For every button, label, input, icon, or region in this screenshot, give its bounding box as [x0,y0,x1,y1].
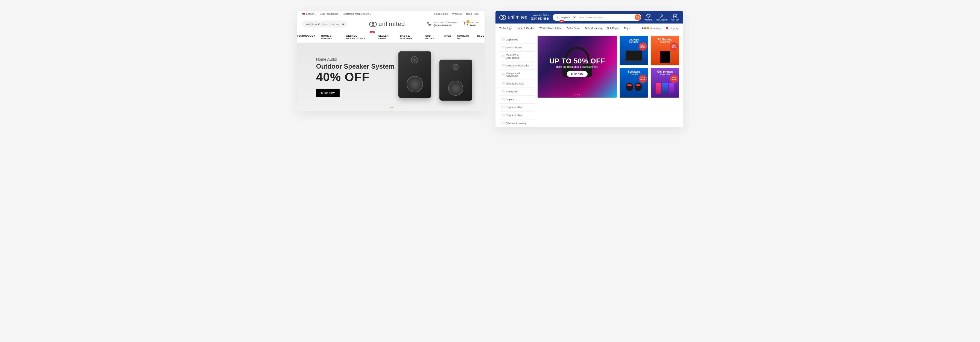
logo[interactable]: unlimited [499,14,528,20]
svg-point-3 [467,26,468,26]
cart-block[interactable]: 0 Your Cart$0.00 [463,21,479,27]
category-select[interactable]: All Categories [305,23,321,26]
nav-item[interactable]: Technology [499,24,512,33]
shop-now-button[interactable]: SHOP NOW [567,71,588,77]
shop-now-button[interactable]: SHOP NOW [316,89,340,97]
category-icon [502,90,505,93]
carousel-dot[interactable] [577,94,578,95]
nav-item[interactable]: TECHNOLOGY [297,35,315,40]
promo-title: Speakers [628,70,640,73]
svg-rect-13 [503,83,504,84]
carousel-dots[interactable] [389,107,393,108]
nav-item[interactable]: Home & Garden [517,24,535,33]
nav-item[interactable]: BLOG [477,35,485,40]
promo-phones[interactable]: Cell phones From 199$ SALE50% [651,68,679,98]
flag-icon [302,13,305,15]
nav-item[interactable]: SELLER DEMO [379,35,394,40]
category-item[interactable]: Tablet PC & Accessories› [499,52,535,62]
chevron-right-icon: › [531,46,532,49]
promo-speakers[interactable]: Speakers From 49$ SALE50% [620,68,648,98]
nav-item[interactable]: CONTACT US [457,35,471,40]
nav-item[interactable]: BABY & NURSERY [400,35,420,40]
promo-title: Cell phones [657,70,673,73]
carousel-dot[interactable] [579,94,580,95]
help-link[interactable]: Need Help? [466,13,479,15]
category-item[interactable]: Apparel [499,96,535,103]
signin-link[interactable]: Hello, sign in [434,13,449,15]
chevron-down-icon: ▾ [315,13,316,15]
category-label: Appliances [506,38,518,41]
carousel-dot[interactable] [389,107,390,108]
language-switcher[interactable]: English▾ [302,13,316,15]
help-link[interactable]: Need Help ? [647,27,662,30]
currency-switcher[interactable]: USD - US Dollar▾ [320,13,340,15]
logo[interactable]: unlimited [369,21,405,28]
promo-subtitle: From 199$ [660,73,670,75]
category-item[interactable]: Watches & Jewelry [499,119,535,127]
category-item[interactable]: Appliances› [499,36,535,44]
nav-item[interactable]: WEBKUL MARKETPLACEhot [346,35,372,40]
nav-item[interactable]: Webkul Marketplacehot [539,24,562,33]
sale-badge: SALE50% [670,42,678,51]
category-icon [502,64,505,67]
svg-rect-12 [503,73,504,75]
carousel-dot-active[interactable] [574,94,576,95]
hero-subtitle: daily top discounts & special offers [556,65,598,68]
promo-subtitle: From 899$ [660,41,670,43]
category-icon [502,38,505,41]
search-input[interactable] [321,23,340,25]
main-nav: TechnologyHome & GardenWebkul Marketplac… [495,24,683,33]
search-icon [636,16,639,19]
hot-badge: hot [560,20,564,22]
cart-link[interactable]: Your Cart [671,14,679,21]
category-item[interactable]: Toys & Hobbies [499,111,535,119]
category-label: Watches & Jewelry [506,122,526,125]
chevron-right-icon: › [531,73,532,76]
nav-item[interactable]: Seller Demo [566,24,580,33]
nav-item[interactable]: Sub Pages [607,24,619,33]
search-button[interactable] [635,14,641,20]
promo-title: Laptops [628,38,639,41]
carousel-dots[interactable] [574,94,580,95]
category-select[interactable]: All Categories [553,15,577,20]
account-link[interactable]: Your Account [656,14,667,21]
nav-item[interactable]: Baby & Nursery [585,24,602,33]
category-item[interactable]: Consumer Electronics› [499,62,535,70]
promo-laptops[interactable]: Laptops From 599$ SALE50% [620,36,648,65]
phone-icon [426,21,432,27]
promo-subtitle: From 49$ [630,73,638,75]
globe-glyph-icon [666,27,668,29]
promo-gaming[interactable]: PC Gaming From 899$ SALE50% [651,36,679,65]
nav-item[interactable]: HOME & GARDEN [321,35,340,40]
language-switcher[interactable]: Language [666,27,679,30]
search-input[interactable] [577,16,635,19]
wishlist-link[interactable]: Wish List [644,14,652,21]
category-label: Consumer Electronics [506,64,529,67]
category-label: Toys & Hobbies [506,114,523,117]
logo-icon [369,21,377,27]
hero-headline: 40% OFF [316,70,395,84]
category-item[interactable]: Toys & Hobbies [499,103,535,111]
category-item[interactable]: Mobile Phones› [499,44,535,52]
category-icon [502,98,505,101]
svg-rect-11 [503,65,504,67]
category-item[interactable]: Electrical & Tools› [499,80,535,88]
wishlist-link[interactable]: Wish List [452,13,462,15]
promo-title: PC Gaming [658,38,672,41]
store-switcher[interactable]: Electronic Market Store▾ [344,13,371,15]
svg-rect-10 [503,56,504,57]
nav-item[interactable]: Page [624,24,630,33]
category-item[interactable]: Categories› [499,88,535,96]
more-menu-icon[interactable]: ••• [641,26,647,30]
promo-subtitle: From 599$ [629,41,638,43]
hero-banner: Home Audio Outdoor Speaker System 40% OF… [297,43,485,111]
carousel-dot-active[interactable] [391,107,393,108]
header: All Categories unlimited Need Help? Call… [297,17,485,31]
nav-item[interactable]: SUB PAGES [425,35,438,40]
user-icon [660,14,664,18]
promo-image [623,83,645,97]
category-label: Electrical & Tools [506,82,524,85]
search-button[interactable] [340,21,346,27]
category-item[interactable]: Computers & Networking› [499,70,535,80]
nav-item[interactable]: PAGE [444,35,451,40]
